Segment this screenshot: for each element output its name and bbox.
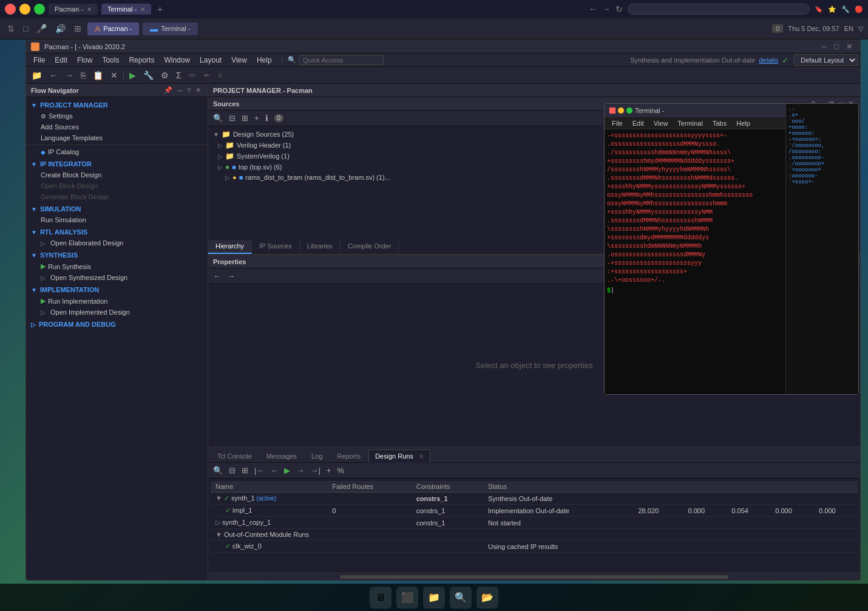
menu-edit[interactable]: Edit xyxy=(50,55,72,66)
sources-info-btn[interactable]: ℹ xyxy=(263,113,271,123)
console-tab-design-runs[interactable]: Design Runs ✕ xyxy=(368,449,430,463)
console-scrollbar-thumb[interactable] xyxy=(340,575,728,579)
dr-row-synth1-copy[interactable]: ▷ synth_1_copy_1 constrs_1 Not started xyxy=(211,517,858,529)
menu-reports[interactable]: Reports xyxy=(124,55,159,66)
section-simulation-header[interactable]: ▼ SIMULATION xyxy=(26,203,208,214)
dr-forward-btn[interactable]: → xyxy=(294,465,307,476)
console-tab-tcl[interactable]: Tcl Console xyxy=(211,449,259,462)
nav-back-btn[interactable]: ← xyxy=(589,4,597,14)
taskbar-icon-5[interactable]: ⊞ xyxy=(72,22,84,35)
vivado-close-btn[interactable]: ✕ xyxy=(844,42,855,51)
toolbar-settings-btn[interactable]: ⚙ xyxy=(158,69,172,81)
taskbar-icon-1[interactable]: ⇅ xyxy=(5,22,17,35)
toolbar-btn-b[interactable]: ✒ xyxy=(200,69,214,81)
taskbar-bottom-icon-4[interactable]: 🔍 xyxy=(450,587,472,609)
taskbar-app-pacman[interactable]: A Pacman - xyxy=(87,22,139,35)
dr-row-clk-wiz[interactable]: ✓ clk_wiz_0 Using cached IP results xyxy=(211,541,858,553)
term-menu-view[interactable]: View xyxy=(649,119,673,128)
dr-run-btn[interactable]: ▶ xyxy=(282,465,293,476)
flow-item-run-implementation[interactable]: ▶ Run Implementation xyxy=(26,295,208,307)
sources-expand-btn[interactable]: ⊞ xyxy=(239,113,251,123)
props-back-btn[interactable]: ← xyxy=(211,271,223,281)
taskbar-icon-3[interactable]: 🎤 xyxy=(34,22,49,35)
toolbar-btn-c[interactable]: ≡ xyxy=(215,69,226,81)
term-menu-file[interactable]: File xyxy=(607,119,628,128)
dr-prev-btn[interactable]: |← xyxy=(252,465,266,476)
taskbar-icon-4[interactable]: 🔊 xyxy=(53,22,68,35)
section-project-manager-header[interactable]: ▼ PROJECT MANAGER xyxy=(26,100,208,111)
flow-item-generate-block-design[interactable]: Generate Block Design xyxy=(26,191,208,202)
dr-row-impl1[interactable]: ✓ impl_1 0 constrs_1 Implementation Out-… xyxy=(211,505,858,517)
taskbar-app-terminal[interactable]: ▬ Terminal - xyxy=(143,22,197,35)
section-synthesis-header[interactable]: ▼ SYNTHESIS xyxy=(26,250,208,261)
dr-next-btn[interactable]: →| xyxy=(308,465,322,476)
menu-tools[interactable]: Tools xyxy=(97,55,124,66)
sources-collapse-btn[interactable]: ⊟ xyxy=(226,113,238,123)
vivado-minimize-btn[interactable]: ─ xyxy=(819,42,829,51)
dr-search-btn[interactable]: 🔍 xyxy=(211,465,225,476)
flow-item-open-synthesized[interactable]: ▷ Open Synthesized Design xyxy=(26,272,208,283)
section-rtl-header[interactable]: ▼ RTL ANALYSIS xyxy=(26,227,208,237)
flow-item-add-sources[interactable]: Add Sources xyxy=(26,121,208,132)
taskbar-bottom-icon-5[interactable]: 📂 xyxy=(476,587,498,609)
src-tab-libraries[interactable]: Libraries xyxy=(300,240,341,254)
browser-tab-terminal[interactable]: Terminal - ✕ xyxy=(101,4,151,15)
browser-tab-terminal-close[interactable]: ✕ xyxy=(140,6,145,13)
dr-percent-btn[interactable]: % xyxy=(334,465,347,476)
menu-help[interactable]: Help xyxy=(252,55,277,66)
nav-refresh-btn[interactable]: ↻ xyxy=(615,4,623,14)
quick-access-input[interactable] xyxy=(299,55,384,65)
flow-nav-min-btn[interactable]: ─ xyxy=(175,86,184,94)
flow-item-run-simulation[interactable]: Run Simulation xyxy=(26,214,208,225)
toolbar-debug-btn[interactable]: 🔧 xyxy=(140,69,157,81)
nav-forward-btn[interactable]: → xyxy=(602,4,611,14)
flow-item-run-synthesis[interactable]: ▶ Run Synthesis xyxy=(26,261,208,272)
browser-tab-pacman-close[interactable]: ✕ xyxy=(87,6,92,13)
src-tab-compile-order[interactable]: Compile Order xyxy=(341,240,399,254)
taskbar-icon-2[interactable]: □ xyxy=(21,22,30,35)
flow-item-open-elaborated[interactable]: ▷ Open Elaborated Design xyxy=(26,237,208,248)
dr-add-btn[interactable]: + xyxy=(324,465,334,476)
taskbar-bottom-icon-3[interactable]: 📁 xyxy=(423,587,445,609)
dr-row-ooc-group[interactable]: ▼ Out-of-Context Module Runs xyxy=(211,529,858,541)
toolbar-back-btn[interactable]: ← xyxy=(46,69,61,81)
flow-nav-help-btn[interactable]: ? xyxy=(185,86,192,94)
vivado-maximize-btn[interactable]: □ xyxy=(832,42,841,51)
console-tab-reports[interactable]: Reports xyxy=(330,449,367,462)
props-forward-btn[interactable]: → xyxy=(225,271,237,281)
term-menu-help[interactable]: Help xyxy=(731,119,755,128)
dr-expand-btn[interactable]: ⊞ xyxy=(239,465,251,476)
toolbar-undo-btn[interactable]: ✕ xyxy=(107,69,121,81)
taskbar-counter[interactable]: 0 xyxy=(772,24,783,33)
toolbar-open-btn[interactable]: 📁 xyxy=(29,69,45,81)
design-runs-tab-close[interactable]: ✕ xyxy=(419,453,424,460)
browser-min-btn[interactable] xyxy=(19,4,30,15)
browser-max-btn[interactable] xyxy=(34,4,45,15)
status-details-link[interactable]: details xyxy=(759,56,778,64)
flow-item-language-templates[interactable]: Language Templates xyxy=(26,132,208,143)
flow-nav-close-btn[interactable]: ✕ xyxy=(194,86,203,94)
term-menu-terminal[interactable]: Terminal xyxy=(673,119,708,128)
src-tab-hierarchy[interactable]: Hierarchy xyxy=(208,240,252,254)
console-tab-messages[interactable]: Messages xyxy=(260,449,303,462)
flow-nav-pin-btn[interactable]: 📌 xyxy=(162,86,174,94)
term-menu-tabs[interactable]: Tabs xyxy=(708,119,731,128)
flow-item-settings[interactable]: ⚙ Settings xyxy=(26,111,208,121)
toolbar-sum-btn[interactable]: Σ xyxy=(173,69,185,81)
browser-tab-pacman[interactable]: Pacman - ✕ xyxy=(49,4,98,15)
term-menu-edit[interactable]: Edit xyxy=(628,119,649,128)
menu-window[interactable]: Window xyxy=(159,55,195,66)
toolbar-forward-btn[interactable]: → xyxy=(62,69,76,81)
flow-item-create-block-design[interactable]: Create Block Design xyxy=(26,169,208,180)
dr-back-btn[interactable]: ← xyxy=(268,465,280,476)
flow-item-open-implemented[interactable]: ▷ Open Implemented Design xyxy=(26,307,208,318)
toolbar-run-btn[interactable]: ▶ xyxy=(126,69,139,81)
section-impl-header[interactable]: ▼ IMPLEMENTATION xyxy=(26,284,208,295)
taskbar-bottom-icon-2[interactable]: ⬛ xyxy=(396,587,418,609)
sources-search-btn[interactable]: 🔍 xyxy=(211,113,225,123)
menu-flow[interactable]: Flow xyxy=(72,55,97,66)
toolbar-btn-a[interactable]: ✏ xyxy=(186,69,199,81)
menu-layout[interactable]: Layout xyxy=(195,55,226,66)
section-ip-integrator-header[interactable]: ▼ IP INTEGRATOR xyxy=(26,159,208,169)
src-tab-ip-sources[interactable]: IP Sources xyxy=(252,240,300,254)
